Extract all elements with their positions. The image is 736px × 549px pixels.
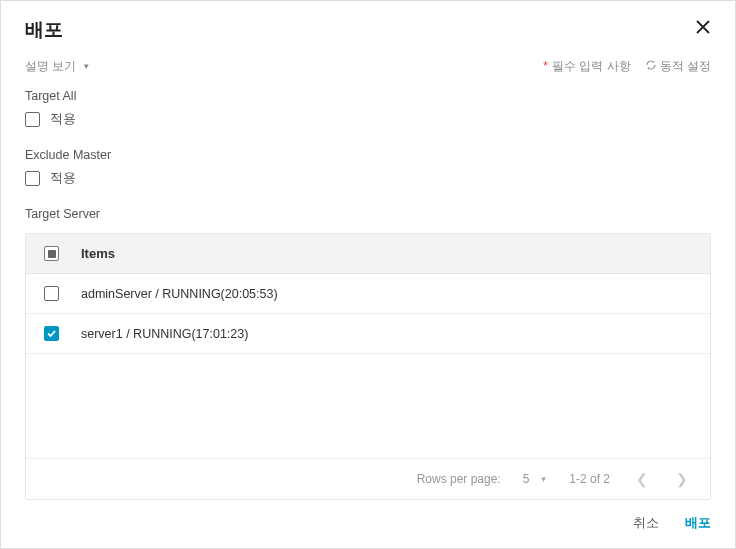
row-text: server1 / RUNNING(17:01:23): [81, 327, 248, 341]
table-row: server1 / RUNNING(17:01:23): [26, 314, 710, 354]
description-toggle-label: 설명 보기: [25, 58, 76, 75]
dialog-body: Target All 적용 Exclude Master 적용 Target S…: [1, 83, 735, 500]
dialog-footer: 취소 배포: [1, 500, 735, 548]
dialog-title: 배포: [25, 17, 63, 43]
deploy-dialog: 배포 설명 보기 ▼ *필수 입력 사항 동적 설정 Target All 적용: [0, 0, 736, 549]
legend: *필수 입력 사항 동적 설정: [543, 58, 711, 75]
deploy-button[interactable]: 배포: [685, 514, 711, 532]
table-spacer: [26, 354, 710, 458]
exclude-master-apply-label: 적용: [50, 170, 76, 187]
server-table: Items adminServer / RUNNING(20:05:53) se…: [25, 233, 711, 500]
exclude-master-checkbox[interactable]: [25, 171, 40, 186]
dynamic-legend: 동적 설정: [645, 58, 711, 75]
rows-per-page-select[interactable]: 5 ▼: [523, 472, 548, 486]
close-icon[interactable]: [691, 15, 715, 44]
dialog-header: 배포: [1, 1, 735, 54]
target-all-apply-label: 적용: [50, 111, 76, 128]
target-server-label: Target Server: [25, 207, 711, 221]
target-all-label: Target All: [25, 89, 711, 103]
pagination: Rows per page: 5 ▼ 1-2 of 2 ❮ ❯: [26, 458, 710, 499]
next-page-icon[interactable]: ❯: [672, 469, 692, 489]
row-checkbox[interactable]: [44, 286, 59, 301]
pagination-arrows: ❮ ❯: [632, 469, 692, 489]
rows-per-page-label: Rows per page:: [417, 472, 501, 486]
pagination-range: 1-2 of 2: [569, 472, 610, 486]
caret-down-icon: ▼: [82, 62, 90, 71]
caret-down-icon: ▼: [539, 475, 547, 484]
target-all-checkbox[interactable]: [25, 112, 40, 127]
exclude-master-row: 적용: [25, 170, 711, 187]
exclude-master-label: Exclude Master: [25, 148, 711, 162]
cancel-button[interactable]: 취소: [633, 514, 659, 532]
toolbar: 설명 보기 ▼ *필수 입력 사항 동적 설정: [1, 54, 735, 83]
table-row: adminServer / RUNNING(20:05:53): [26, 274, 710, 314]
table-header: Items: [26, 234, 710, 274]
row-text: adminServer / RUNNING(20:05:53): [81, 287, 278, 301]
refresh-icon: [645, 59, 657, 74]
select-all-checkbox[interactable]: [44, 246, 59, 261]
required-legend: *필수 입력 사항: [543, 58, 631, 75]
column-items: Items: [81, 246, 115, 261]
target-all-row: 적용: [25, 111, 711, 128]
description-toggle[interactable]: 설명 보기 ▼: [25, 58, 90, 75]
row-checkbox[interactable]: [44, 326, 59, 341]
prev-page-icon[interactable]: ❮: [632, 469, 652, 489]
asterisk-icon: *: [543, 58, 548, 73]
